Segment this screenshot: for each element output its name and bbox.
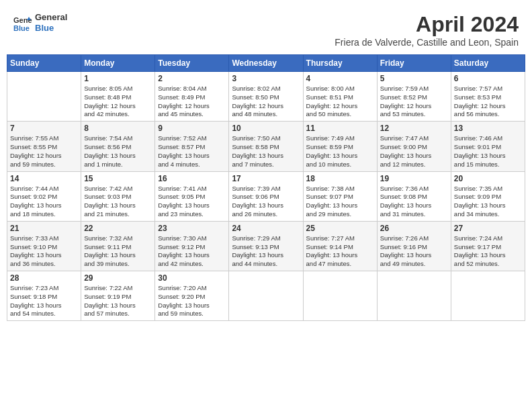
calendar-cell: 4Sunrise: 8:00 AM Sunset: 8:51 PM Daylig… [303, 72, 377, 122]
calendar-cell: 18Sunrise: 7:38 AM Sunset: 9:07 PM Dayli… [303, 171, 377, 221]
day-info: Sunrise: 7:22 AM Sunset: 9:19 PM Dayligh… [84, 284, 152, 318]
calendar-cell [229, 271, 303, 321]
calendar-cell: 5Sunrise: 7:59 AM Sunset: 8:52 PM Daylig… [377, 72, 451, 122]
calendar-cell: 8Sunrise: 7:54 AM Sunset: 8:56 PM Daylig… [81, 122, 155, 171]
calendar-header-tuesday: Tuesday [155, 55, 229, 72]
day-info: Sunrise: 7:41 AM Sunset: 9:05 PM Dayligh… [158, 185, 226, 219]
day-number: 24 [232, 224, 300, 233]
day-number: 26 [380, 224, 448, 233]
day-number: 9 [158, 124, 226, 133]
day-info: Sunrise: 7:52 AM Sunset: 8:57 PM Dayligh… [158, 134, 226, 169]
logo: General Blue General Blue [13, 12, 67, 33]
calendar-cell [377, 271, 451, 321]
day-number: 19 [380, 174, 448, 183]
day-info: Sunrise: 7:29 AM Sunset: 9:13 PM Dayligh… [232, 234, 300, 269]
day-number: 11 [306, 124, 374, 133]
calendar-cell: 25Sunrise: 7:27 AM Sunset: 9:14 PM Dayli… [303, 221, 377, 271]
day-number: 29 [84, 273, 152, 283]
day-info: Sunrise: 7:30 AM Sunset: 9:12 PM Dayligh… [158, 234, 226, 269]
day-number: 16 [158, 174, 226, 183]
day-number: 20 [454, 174, 522, 183]
calendar-cell: 6Sunrise: 7:57 AM Sunset: 8:53 PM Daylig… [451, 72, 525, 122]
day-number: 18 [306, 174, 374, 183]
calendar-cell: 26Sunrise: 7:26 AM Sunset: 9:16 PM Dayli… [377, 221, 451, 271]
calendar-header-wednesday: Wednesday [229, 55, 303, 72]
day-info: Sunrise: 7:39 AM Sunset: 9:06 PM Dayligh… [232, 185, 300, 219]
calendar-cell [451, 271, 525, 321]
day-number: 30 [158, 273, 226, 283]
day-number: 4 [306, 74, 374, 83]
calendar-cell: 16Sunrise: 7:41 AM Sunset: 9:05 PM Dayli… [155, 171, 229, 221]
calendar-week-row: 7Sunrise: 7:55 AM Sunset: 8:55 PM Daylig… [7, 122, 525, 171]
day-number: 17 [232, 174, 300, 183]
day-number: 7 [10, 124, 78, 133]
calendar-cell: 27Sunrise: 7:24 AM Sunset: 9:17 PM Dayli… [451, 221, 525, 271]
day-number: 27 [454, 224, 522, 233]
calendar-cell: 29Sunrise: 7:22 AM Sunset: 9:19 PM Dayli… [81, 271, 155, 321]
day-info: Sunrise: 7:49 AM Sunset: 8:59 PM Dayligh… [306, 134, 374, 169]
calendar-week-row: 21Sunrise: 7:33 AM Sunset: 9:10 PM Dayli… [7, 221, 525, 271]
day-info: Sunrise: 7:59 AM Sunset: 8:52 PM Dayligh… [380, 85, 448, 119]
calendar-cell: 13Sunrise: 7:46 AM Sunset: 9:01 PM Dayli… [451, 122, 525, 171]
day-info: Sunrise: 7:54 AM Sunset: 8:56 PM Dayligh… [84, 134, 152, 169]
day-info: Sunrise: 8:02 AM Sunset: 8:50 PM Dayligh… [232, 85, 300, 119]
day-info: Sunrise: 7:57 AM Sunset: 8:53 PM Dayligh… [454, 85, 522, 119]
calendar-header-thursday: Thursday [303, 55, 377, 72]
logo-icon: General Blue [13, 13, 32, 32]
calendar-cell: 15Sunrise: 7:42 AM Sunset: 9:03 PM Dayli… [81, 171, 155, 221]
calendar-week-row: 14Sunrise: 7:44 AM Sunset: 9:02 PM Dayli… [7, 171, 525, 221]
calendar-week-row: 1Sunrise: 8:05 AM Sunset: 8:48 PM Daylig… [7, 72, 525, 122]
day-info: Sunrise: 7:23 AM Sunset: 9:18 PM Dayligh… [10, 284, 78, 318]
calendar-cell: 11Sunrise: 7:49 AM Sunset: 8:59 PM Dayli… [303, 122, 377, 171]
calendar-header-sunday: Sunday [7, 55, 81, 72]
day-number: 6 [454, 74, 522, 83]
logo-text-line1: General [35, 12, 67, 23]
day-info: Sunrise: 7:55 AM Sunset: 8:55 PM Dayligh… [10, 134, 78, 169]
day-number: 23 [158, 224, 226, 233]
month-title: April 2024 [335, 12, 519, 37]
day-info: Sunrise: 8:04 AM Sunset: 8:49 PM Dayligh… [158, 85, 226, 119]
day-info: Sunrise: 7:32 AM Sunset: 9:11 PM Dayligh… [84, 234, 152, 269]
calendar-cell: 28Sunrise: 7:23 AM Sunset: 9:18 PM Dayli… [7, 271, 81, 321]
calendar-cell: 22Sunrise: 7:32 AM Sunset: 9:11 PM Dayli… [81, 221, 155, 271]
calendar-cell: 14Sunrise: 7:44 AM Sunset: 9:02 PM Dayli… [7, 171, 81, 221]
calendar-header-saturday: Saturday [451, 55, 525, 72]
day-number: 25 [306, 224, 374, 233]
day-number: 13 [454, 124, 522, 133]
day-info: Sunrise: 8:05 AM Sunset: 8:48 PM Dayligh… [84, 85, 152, 119]
day-info: Sunrise: 7:38 AM Sunset: 9:07 PM Dayligh… [306, 185, 374, 219]
calendar-cell: 10Sunrise: 7:50 AM Sunset: 8:58 PM Dayli… [229, 122, 303, 171]
day-info: Sunrise: 7:44 AM Sunset: 9:02 PM Dayligh… [10, 185, 78, 219]
day-number: 3 [232, 74, 300, 83]
day-number: 22 [84, 224, 152, 233]
calendar-cell: 12Sunrise: 7:47 AM Sunset: 9:00 PM Dayli… [377, 122, 451, 171]
day-info: Sunrise: 7:24 AM Sunset: 9:17 PM Dayligh… [454, 234, 522, 269]
day-info: Sunrise: 7:26 AM Sunset: 9:16 PM Dayligh… [380, 234, 448, 269]
day-number: 15 [84, 174, 152, 183]
day-info: Sunrise: 8:00 AM Sunset: 8:51 PM Dayligh… [306, 85, 374, 119]
day-info: Sunrise: 7:35 AM Sunset: 9:09 PM Dayligh… [454, 185, 522, 219]
calendar-cell [7, 72, 81, 122]
calendar-week-row: 28Sunrise: 7:23 AM Sunset: 9:18 PM Dayli… [7, 271, 525, 321]
logo-text-line2: Blue [35, 23, 67, 34]
title-block: April 2024 Friera de Valverde, Castille … [335, 12, 519, 48]
calendar-cell: 21Sunrise: 7:33 AM Sunset: 9:10 PM Dayli… [7, 221, 81, 271]
calendar-cell [303, 271, 377, 321]
day-number: 2 [158, 74, 226, 83]
day-number: 28 [10, 273, 78, 283]
day-number: 21 [10, 224, 78, 233]
calendar-cell: 20Sunrise: 7:35 AM Sunset: 9:09 PM Dayli… [451, 171, 525, 221]
calendar-cell: 23Sunrise: 7:30 AM Sunset: 9:12 PM Dayli… [155, 221, 229, 271]
day-number: 14 [10, 174, 78, 183]
day-number: 5 [380, 74, 448, 83]
day-info: Sunrise: 7:46 AM Sunset: 9:01 PM Dayligh… [454, 134, 522, 169]
calendar-cell: 17Sunrise: 7:39 AM Sunset: 9:06 PM Dayli… [229, 171, 303, 221]
calendar-cell: 2Sunrise: 8:04 AM Sunset: 8:49 PM Daylig… [155, 72, 229, 122]
day-number: 12 [380, 124, 448, 133]
day-info: Sunrise: 7:33 AM Sunset: 9:10 PM Dayligh… [10, 234, 78, 269]
calendar-cell: 7Sunrise: 7:55 AM Sunset: 8:55 PM Daylig… [7, 122, 81, 171]
calendar-cell: 30Sunrise: 7:20 AM Sunset: 9:20 PM Dayli… [155, 271, 229, 321]
page-header: General Blue General Blue April 2024 Fri… [7, 7, 525, 50]
day-info: Sunrise: 7:47 AM Sunset: 9:00 PM Dayligh… [380, 134, 448, 169]
day-number: 8 [84, 124, 152, 133]
